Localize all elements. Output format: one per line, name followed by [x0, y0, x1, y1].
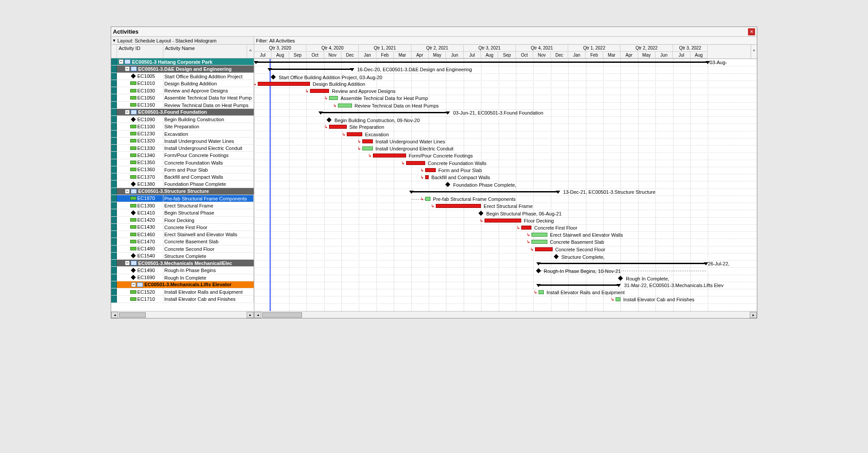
summary-bar[interactable] — [539, 284, 619, 286]
collapse-icon[interactable]: − — [125, 261, 130, 265]
timescale-header[interactable]: Qtr 3, 2020Qtr 4, 2020Qtr 1, 2021Qtr 2, … — [254, 45, 757, 59]
collapse-icon[interactable]: − — [125, 66, 130, 71]
gantt-bar[interactable] — [539, 290, 544, 294]
month-cell: Aug — [481, 52, 498, 59]
activity-id: EC1050 — [137, 94, 155, 101]
col-activity-id[interactable]: Activity ID — [117, 45, 163, 58]
activity-row[interactable]: EC1230Excavation — [111, 131, 254, 138]
activity-row[interactable]: EC1350Concrete Foundation Walls — [111, 159, 254, 166]
scroll-up-icon[interactable]: ^ — [247, 45, 254, 58]
wbs-row[interactable]: −EC00501-3.D&E Design and Engineering — [111, 65, 254, 73]
activity-row[interactable]: EC1010Design Building Addition — [111, 80, 254, 87]
gantt-bar[interactable] — [310, 89, 329, 93]
gantt-bar[interactable] — [531, 240, 547, 244]
summary-bar[interactable] — [256, 61, 708, 63]
gantt-bar[interactable] — [329, 125, 346, 129]
activity-row[interactable]: EC1320Install Underground Water Lines — [111, 138, 254, 145]
bar-label: Form/Pour Concrete Footings — [409, 153, 473, 158]
month-cell: Aug — [690, 52, 708, 59]
bar-label: Install Underground Water Lines — [376, 139, 445, 144]
summary-bar[interactable] — [539, 263, 706, 264]
activity-name: Concrete First Floor — [163, 224, 254, 230]
activity-id: EC1490 — [137, 267, 155, 274]
summary-bar[interactable] — [411, 191, 558, 192]
gantt-bar[interactable] — [347, 132, 362, 136]
activity-row[interactable]: EC1090Begin Building Construction — [111, 116, 254, 123]
wbs-row[interactable]: −EC00501-3.Structure Structure — [111, 188, 254, 195]
activity-row[interactable]: EC1410Begin Structural Phase — [111, 209, 254, 216]
activity-row[interactable]: EC1470Concrete Basement Slab — [111, 238, 254, 245]
collapse-icon[interactable]: − — [119, 59, 124, 64]
gantt-bar[interactable] — [425, 197, 430, 201]
activity-row[interactable]: EC1870Pre-fab Structural Frame Component… — [111, 195, 254, 202]
layout-dropdown[interactable]: ▾ Layout: Schedule Layout - Stacked Hist… — [111, 37, 254, 44]
activity-row[interactable]: EC1520Install Elevator Rails and Equipme… — [111, 288, 254, 296]
activity-row[interactable]: EC1380Foundation Phase Complete — [111, 180, 254, 188]
activity-row[interactable]: EC1360Form and Pour Slab — [111, 166, 254, 173]
gantt-bar[interactable] — [258, 82, 310, 86]
h-scrollbar-left[interactable]: ◂ ▸ — [111, 311, 254, 318]
gantt-bar[interactable] — [616, 297, 621, 301]
gantt-bar[interactable] — [484, 219, 521, 223]
summary-bar[interactable] — [270, 69, 352, 70]
gantt-bar[interactable] — [362, 146, 373, 150]
gantt-bar[interactable] — [425, 175, 429, 179]
milestone-icon — [131, 73, 136, 78]
collapse-icon[interactable]: − — [125, 189, 130, 194]
activity-id: EC1370 — [137, 173, 155, 180]
activity-row[interactable]: EC1390Erect Structural Frame — [111, 202, 254, 209]
activity-row[interactable]: EC1430Concrete First Floor — [111, 224, 254, 231]
activity-row[interactable]: EC1340Form/Pour Concrete Footings — [111, 152, 254, 159]
activity-name: Install Underground Water Lines — [163, 138, 254, 144]
activity-row[interactable]: EC1160Review Technical Data on Heat Pump… — [111, 102, 254, 109]
h-scrollbar-right[interactable]: ◂ ▸ — [254, 311, 757, 318]
activity-id: EC1005 — [137, 73, 155, 80]
gantt-bar[interactable] — [425, 168, 436, 172]
activity-row[interactable]: EC1490Rough-In Phase Begins — [111, 267, 254, 274]
wbs-row[interactable]: −EC00501-3.Mechanicals.Lifts Elevator — [111, 281, 254, 288]
gantt-bar[interactable] — [531, 233, 547, 237]
activity-icon — [130, 233, 136, 236]
gantt-bar[interactable] — [436, 204, 481, 208]
activity-row[interactable]: EC1420Floor Decking — [111, 217, 254, 224]
scroll-up-icon[interactable]: ^ — [751, 45, 757, 58]
gantt-chart[interactable]: 03-Aug-16-Dec-20, EC00501-3.D&E Design a… — [254, 59, 757, 311]
activity-icon — [130, 96, 136, 100]
activity-row[interactable]: EC1100Site Preparation — [111, 123, 254, 130]
activity-row[interactable]: EC1005Start Office Building Addition Pro… — [111, 73, 254, 80]
gantt-bar[interactable] — [362, 139, 373, 143]
wbs-row[interactable]: −EC00501-3.Found Foundation — [111, 109, 254, 116]
activity-row[interactable]: EC1370Backfill and Compact Walls — [111, 173, 254, 180]
col-activity-name[interactable]: Activity Name — [163, 45, 247, 58]
gantt-bar[interactable] — [406, 161, 425, 165]
wbs-row[interactable]: −EC00501-3 Haitang Corporate Park — [111, 58, 254, 65]
gantt-bar[interactable] — [373, 154, 406, 157]
gantt-bar[interactable] — [521, 226, 532, 230]
activity-row[interactable]: EC1050Assemble Technical Data for Heat P… — [111, 94, 254, 101]
activity-id: EC1410 — [137, 209, 155, 216]
activity-row[interactable]: EC1540Structure Complete — [111, 253, 254, 260]
gantt-bar[interactable] — [535, 247, 552, 251]
activity-row[interactable]: EC1030Review and Approve Designs — [111, 87, 254, 94]
summary-bar[interactable] — [321, 112, 448, 113]
milestone-icon — [131, 181, 136, 186]
gantt-bar[interactable] — [338, 104, 352, 107]
collapse-icon[interactable]: − — [131, 282, 136, 287]
activity-row[interactable]: EC1710Install Elevator Cab and Finishes — [111, 296, 254, 303]
quarter-cell: Qtr 3, 2022 — [673, 45, 708, 52]
activity-id: EC1540 — [137, 252, 155, 259]
activity-icon — [130, 161, 136, 164]
close-button[interactable]: ✕ — [748, 28, 755, 35]
bar-label: Foundation Phase Complete, — [453, 182, 516, 188]
collapse-icon[interactable]: − — [125, 110, 130, 115]
activity-row[interactable]: EC1480Concrete Second Floor — [111, 246, 254, 253]
gantt-bar[interactable] — [329, 96, 338, 100]
activity-row[interactable]: EC1460Erect Stairwell and Elevator Walls — [111, 231, 254, 238]
activity-name: Backfill and Compact Walls — [163, 173, 254, 180]
wbs-row[interactable]: −EC00501-3.Mechanicals Mechanical/Elec — [111, 260, 254, 267]
activity-id: EC1100 — [137, 123, 155, 130]
activity-row[interactable]: EC1690Rough In Complete — [111, 274, 254, 281]
activity-id: EC1030 — [137, 87, 155, 94]
folder-icon — [131, 189, 137, 194]
activity-row[interactable]: EC1330Install Underground Electric Condu… — [111, 145, 254, 152]
